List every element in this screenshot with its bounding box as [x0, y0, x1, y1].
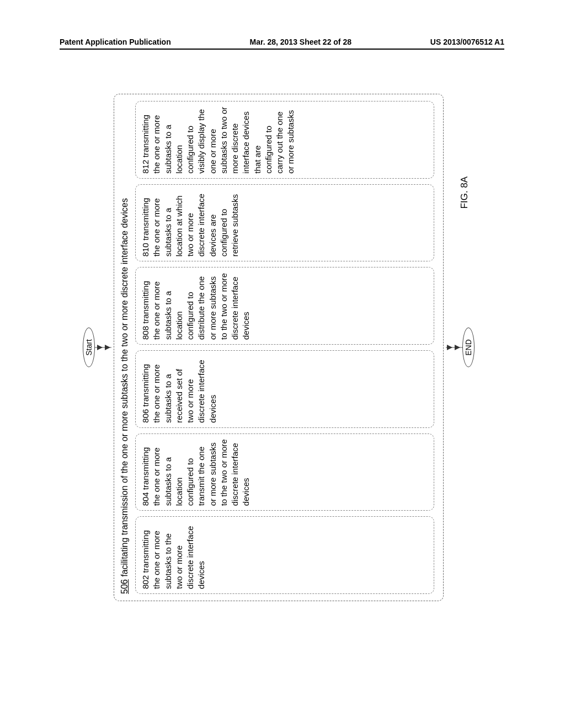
substep-810: 810 transmitting the one or more subtask… [135, 184, 434, 262]
flowchart-diagram: Start 506 facilitating transmission of t… [83, 94, 475, 601]
substep-812: 812 transmitting the one or more subtask… [135, 101, 434, 179]
header-right: US 2013/0076512 A1 [430, 38, 504, 46]
step-number: 506 [120, 579, 129, 594]
page-header: Patent Application Publication Mar. 28, … [60, 38, 504, 50]
substep-row: 802 transmitting the one or more subtask… [135, 101, 434, 594]
arrow-down-icon [447, 345, 452, 350]
start-node: Start [83, 328, 95, 367]
arrow-down-icon [455, 345, 460, 350]
substep-804: 804 transmitting the one or more subtask… [135, 433, 434, 511]
arrow-down-icon [97, 345, 103, 350]
substep-802: 802 transmitting the one or more subtask… [135, 516, 434, 594]
step-text: facilitating transmission of the one or … [120, 198, 129, 577]
step-506-title: 506 facilitating transmission of the one… [120, 101, 130, 594]
end-node: END [462, 328, 475, 367]
step-506-container: 506 facilitating transmission of the one… [114, 94, 444, 601]
substep-808: 808 transmitting the one or more subtask… [135, 267, 434, 345]
substep-806: 806 transmitting the one or more subtask… [135, 350, 434, 428]
header-center: Mar. 28, 2013 Sheet 22 of 28 [250, 38, 351, 46]
end-label: END [464, 339, 473, 356]
header-left: Patent Application Publication [60, 38, 171, 46]
figure-label: FIG. 8A [459, 176, 470, 209]
arrow-down-icon [105, 345, 110, 350]
start-label: Start [84, 339, 93, 356]
